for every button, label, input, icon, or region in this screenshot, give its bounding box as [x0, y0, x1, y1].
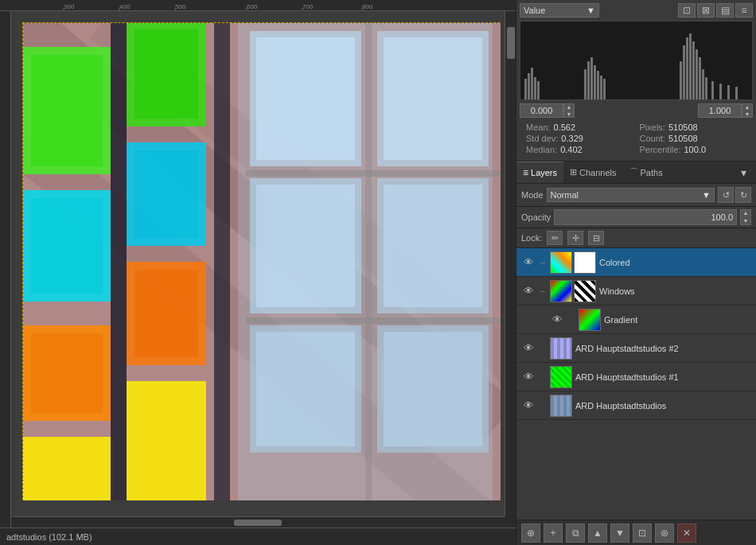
scrollbar-corner	[505, 516, 516, 527]
layer-thumb-gradient	[579, 309, 601, 331]
svg-rect-52	[531, 68, 533, 100]
new-layer-from-visible-btn[interactable]: ⊕	[521, 524, 540, 543]
layer-visibility-ard2[interactable]: 👁	[521, 341, 536, 356]
lock-all-btn[interactable]: ⊟	[588, 231, 604, 245]
scrollbar-right[interactable]	[505, 11, 516, 516]
svg-text:300: 300	[64, 3, 75, 10]
histogram-section: Value ▼ ⊡ ⊠ ▤ ≡	[516, 0, 756, 162]
layer-item[interactable]: 👁 Gradient	[516, 306, 756, 334]
lock-pixel-btn[interactable]: ✏	[547, 231, 563, 245]
layer-visibility-colored[interactable]: 👁	[521, 255, 536, 270]
histo-icon-all-channels[interactable]: ▤	[716, 3, 734, 18]
svg-rect-72	[719, 84, 722, 100]
svg-rect-39	[256, 332, 355, 446]
svg-rect-60	[600, 76, 602, 100]
dropdown-arrow: ▼	[586, 6, 595, 15]
status-text: adtstudios (102.1 MB)	[6, 532, 92, 542]
layer-name-ard1: ARD Hauptstadtstudios #1	[575, 372, 751, 382]
eye-icon: 👁	[524, 342, 534, 354]
tab-channels[interactable]: ⊞ Channels	[563, 162, 622, 183]
move-layer-down-btn[interactable]: ▼	[610, 524, 629, 543]
svg-rect-37	[256, 185, 355, 307]
layer-visibility-gradient[interactable]: 👁	[550, 313, 564, 327]
svg-rect-27	[134, 150, 198, 238]
svg-rect-41	[384, 37, 482, 160]
svg-rect-43	[384, 185, 482, 307]
layer-visibility-windows[interactable]: 👁	[521, 284, 536, 298]
svg-text:800: 800	[362, 3, 373, 10]
delete-layer-btn[interactable]: ✕	[677, 524, 696, 543]
histo-icon-menu[interactable]: ≡	[735, 3, 753, 18]
histogram-stats: Mean: 0.562 Pixels: 510508 Std dev: 0.32…	[520, 119, 753, 158]
histo-icon-uncached[interactable]: ⊠	[697, 3, 715, 18]
layer-name-ard2: ARD Hauptstadtstudios #2	[575, 344, 751, 353]
layer-chain-colored: –	[539, 255, 547, 270]
move-layer-up-btn[interactable]: ▲	[588, 524, 607, 543]
svg-text:700: 700	[302, 3, 314, 10]
layer-thumbs-ard	[550, 395, 572, 417]
layers-list[interactable]: 👁 – Colored	[516, 248, 756, 520]
ruler-top: 300 400 500 600 700 800	[0, 0, 516, 11]
canvas-image	[22, 22, 500, 500]
svg-rect-22	[31, 333, 103, 413]
range-max-arrow[interactable]: ▲ ▼	[742, 103, 753, 118]
eye-icon: 👁	[524, 371, 534, 383]
add-mask-btn[interactable]: ⊡	[633, 524, 652, 543]
layer-item[interactable]: 👁 – Windows	[516, 277, 756, 306]
canvas-area	[0, 11, 516, 527]
rotate-ccw-btn[interactable]: ↺	[718, 187, 734, 203]
svg-rect-61	[603, 79, 606, 100]
layer-item[interactable]: 👁 ARD Hauptstadtstudios #1	[516, 363, 756, 391]
paths-tab-icon: ⌒	[629, 166, 638, 178]
layer-visibility-ard[interactable]: 👁	[521, 399, 536, 413]
layer-thumbs-gradient	[579, 309, 601, 331]
canvas-content[interactable]	[11, 11, 516, 527]
layer-item[interactable]: 👁 ARD Hauptstadtstudios #2	[516, 334, 756, 363]
svg-rect-30	[127, 381, 206, 500]
svg-rect-49	[520, 21, 751, 100]
layer-chain-ard	[539, 399, 547, 413]
svg-text:400: 400	[119, 3, 131, 10]
histo-range: ▲ ▼ ▲ ▼	[520, 103, 753, 118]
layer-thumb-ard	[550, 395, 572, 417]
lock-position-btn[interactable]: ✛	[567, 231, 583, 245]
svg-rect-70	[705, 77, 707, 100]
layer-thumbs-windows	[550, 280, 596, 302]
lock-row: Lock: ✏ ✛ ⊟	[516, 228, 756, 248]
histo-icon-expand[interactable]: ⊡	[678, 3, 696, 18]
histogram-dropdown[interactable]: Value ▼	[520, 3, 599, 18]
svg-rect-67	[696, 49, 698, 100]
layers-tab-icon: ≡	[523, 167, 528, 178]
new-layer-btn[interactable]: +	[544, 524, 563, 543]
opacity-input[interactable]	[554, 209, 737, 225]
layer-item[interactable]: 👁 ARD Hauptstadtstudios	[516, 391, 756, 420]
layer-name-windows: Windows	[599, 286, 751, 296]
range-min-input[interactable]	[520, 103, 563, 118]
layer-thumbs-ard2	[550, 337, 572, 360]
svg-text:600: 600	[247, 3, 258, 10]
panel-menu-button[interactable]: ▾	[734, 163, 753, 182]
svg-rect-23	[23, 437, 111, 500]
range-min-arrow[interactable]: ▲ ▼	[563, 103, 575, 118]
mode-row: Mode Normal ▼ ↺ ↻	[516, 184, 756, 207]
tab-paths[interactable]: ⌒ Paths	[623, 162, 669, 183]
rotate-cw-btn[interactable]: ↻	[735, 187, 751, 203]
svg-rect-20	[31, 198, 103, 294]
svg-rect-65	[689, 33, 692, 100]
layer-item[interactable]: 👁 – Colored	[516, 248, 756, 277]
ruler-left	[0, 11, 11, 527]
scrollbar-bottom[interactable]	[11, 516, 505, 527]
opacity-arrow[interactable]: ▲ ▼	[740, 209, 751, 225]
range-max-input[interactable]	[698, 103, 742, 118]
mode-dropdown-arrow: ▼	[702, 190, 711, 200]
svg-marker-31	[111, 23, 127, 500]
svg-rect-59	[597, 71, 599, 100]
add-channel-btn[interactable]: ⊛	[655, 524, 674, 543]
layer-chain-ard1	[539, 370, 547, 384]
layer-chain-ard2	[539, 341, 547, 356]
tab-layers[interactable]: ≡ Layers	[516, 162, 563, 183]
mode-dropdown[interactable]: Normal ▼	[547, 188, 715, 202]
duplicate-layer-btn[interactable]: ⧉	[566, 524, 585, 543]
svg-rect-71	[711, 81, 714, 100]
layer-visibility-ard1[interactable]: 👁	[521, 370, 536, 384]
